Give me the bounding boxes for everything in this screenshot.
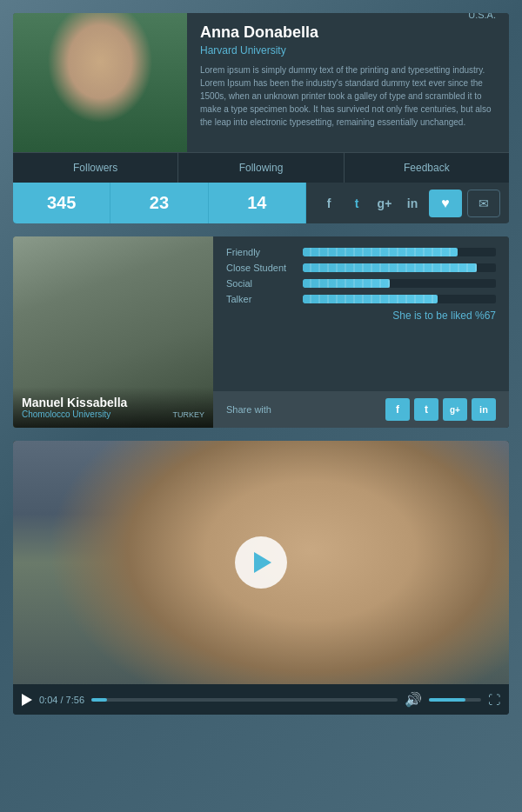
play-small-button[interactable] bbox=[22, 694, 32, 706]
total-time: 7:56 bbox=[66, 695, 84, 705]
fullscreen-button[interactable]: ⛶ bbox=[488, 693, 500, 707]
second-university: Chomolocco University bbox=[22, 409, 127, 419]
second-country: TURKEY bbox=[172, 410, 204, 419]
current-time: 0:04 bbox=[39, 695, 57, 705]
play-small-icon bbox=[22, 694, 32, 706]
profile-bio: Lorem ipsum is simply dummy text of the … bbox=[200, 63, 496, 129]
trait-bar-close-student bbox=[303, 263, 496, 272]
video-progress-bar[interactable] bbox=[91, 698, 398, 702]
second-photo: Manuel Kissabella Chomolocco University … bbox=[13, 236, 213, 428]
like-button[interactable]: ♥ bbox=[429, 190, 462, 217]
profile-photo bbox=[13, 13, 187, 152]
profile-photo-img bbox=[13, 13, 187, 152]
trait-talker: Talker bbox=[226, 294, 496, 304]
trait-label-friendly: Friendly bbox=[226, 247, 296, 257]
second-card: Manuel Kissabella Chomolocco University … bbox=[13, 236, 509, 428]
trait-label-talker: Talker bbox=[226, 294, 296, 304]
tabs-row: Followers Following Feedback bbox=[13, 152, 509, 183]
volume-bar[interactable] bbox=[429, 698, 481, 702]
share-row: Share with f t g+ in bbox=[213, 391, 509, 428]
time-display: 0:04 / 7:56 bbox=[39, 695, 84, 705]
play-button[interactable] bbox=[235, 536, 287, 589]
traits-panel: Friendly Close Student Social Talker bbox=[213, 236, 509, 428]
share-facebook-btn[interactable]: f bbox=[385, 398, 410, 421]
profile-country: U.S.A. bbox=[468, 13, 496, 20]
stat-feedback[interactable]: 14 bbox=[209, 183, 306, 223]
profile-top: Anna Donabella U.S.A. Harvard University… bbox=[13, 13, 509, 152]
googleplus-icon[interactable]: g+ bbox=[371, 184, 398, 223]
trait-social: Social bbox=[226, 278, 496, 289]
social-buttons: f t g+ in ♥ ✉ bbox=[306, 184, 509, 223]
stat-followers[interactable]: 345 bbox=[13, 183, 110, 223]
share-googleplus-btn[interactable]: g+ bbox=[443, 398, 467, 421]
trait-label-social: Social bbox=[226, 278, 296, 289]
profile-info: Anna Donabella U.S.A. Harvard University… bbox=[187, 13, 509, 152]
tab-following[interactable]: Following bbox=[178, 153, 344, 183]
video-area[interactable] bbox=[13, 441, 509, 684]
second-name: Manuel Kissabella bbox=[22, 396, 127, 409]
trait-bar-social bbox=[303, 279, 496, 288]
twitter-icon[interactable]: t bbox=[343, 184, 371, 223]
volume-icon[interactable]: 🔊 bbox=[405, 691, 422, 708]
profile-card: Anna Donabella U.S.A. Harvard University… bbox=[13, 13, 509, 223]
mail-button[interactable]: ✉ bbox=[467, 190, 500, 217]
stats-row: 345 23 14 f t g+ in ♥ ✉ bbox=[13, 183, 509, 223]
volume-fill bbox=[429, 698, 465, 702]
trait-label-close-student: Close Student bbox=[226, 263, 296, 273]
stat-following[interactable]: 23 bbox=[110, 183, 208, 223]
trait-friendly: Friendly bbox=[226, 247, 496, 257]
video-progress-fill bbox=[91, 698, 107, 702]
profile-name: Anna Donabella bbox=[200, 23, 318, 42]
share-label: Share with bbox=[226, 404, 381, 415]
liked-text: She is to be liked %67 bbox=[226, 309, 496, 322]
profile-university: Harvard University bbox=[200, 44, 496, 57]
facebook-icon[interactable]: f bbox=[315, 184, 343, 223]
video-card: 0:04 / 7:56 🔊 ⛶ bbox=[13, 441, 509, 715]
share-linkedin-btn[interactable]: in bbox=[472, 398, 496, 421]
tab-feedback[interactable]: Feedback bbox=[345, 153, 509, 183]
trait-close-student: Close Student bbox=[226, 263, 496, 273]
share-twitter-btn[interactable]: t bbox=[414, 398, 438, 421]
second-photo-overlay: Manuel Kissabella Chomolocco University … bbox=[13, 387, 213, 428]
trait-bar-friendly bbox=[303, 248, 496, 256]
play-icon bbox=[254, 552, 271, 573]
tab-followers[interactable]: Followers bbox=[13, 153, 178, 183]
video-controls: 0:04 / 7:56 🔊 ⛶ bbox=[13, 684, 509, 715]
linkedin-icon[interactable]: in bbox=[398, 184, 426, 223]
trait-bar-talker bbox=[303, 295, 496, 303]
